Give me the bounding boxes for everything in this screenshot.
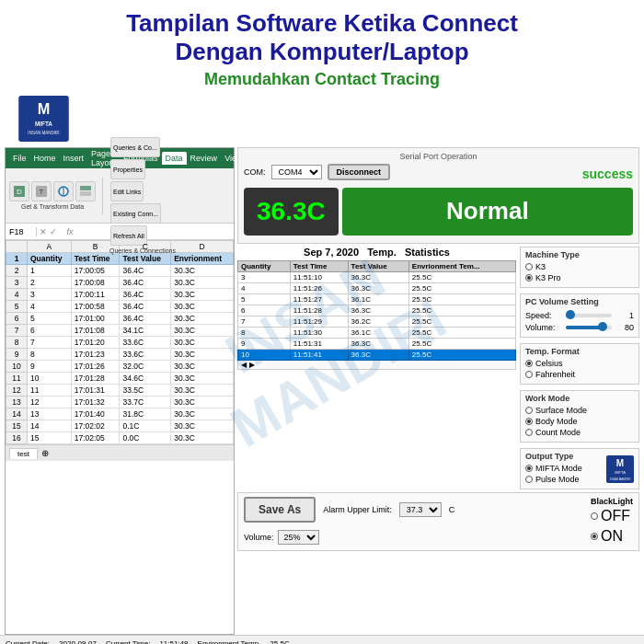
excel-val-7[interactable]: 34.1C <box>120 325 171 337</box>
excel-env-13[interactable]: 30.3C <box>171 397 234 408</box>
excel-env-12[interactable]: 30.3C <box>171 385 234 397</box>
excel-time-15[interactable]: 17:02:02 <box>71 420 120 432</box>
radio-surface[interactable] <box>525 407 533 414</box>
excel-val-8[interactable]: 33.6C <box>120 337 171 349</box>
add-sheet-btn[interactable]: ⊕ <box>41 448 49 458</box>
radio-body[interactable] <box>525 418 533 425</box>
excel-env-11[interactable]: 30.3C <box>171 373 234 385</box>
excel-val-9[interactable]: 33.6C <box>120 349 171 361</box>
toolbar-queries[interactable]: Queries & Co... <box>110 137 160 157</box>
excel-env-6[interactable]: 30.3C <box>171 313 234 325</box>
excel-env-7[interactable]: 30.3C <box>171 325 234 337</box>
excel-time-14[interactable]: 17:01:40 <box>71 408 120 420</box>
excel-time-3[interactable]: 17:00:08 <box>71 277 120 289</box>
data-table-row[interactable]: 8 11:51:30 36.1C 25.5C <box>238 328 516 339</box>
toolbar-properties[interactable]: Properties <box>110 159 145 179</box>
data-table-row[interactable]: 7 11:51:29 36.2C 25.5C <box>238 316 516 328</box>
excel-qty-10[interactable]: 9 <box>28 361 72 373</box>
excel-env-14[interactable]: 30.3C <box>171 408 234 420</box>
excel-val-13[interactable]: 33.7C <box>120 397 171 408</box>
excel-qty-16[interactable]: 15 <box>28 432 72 444</box>
save-as-button[interactable]: Save As <box>244 497 316 523</box>
radio-celsius[interactable] <box>525 360 533 367</box>
excel-time-9[interactable]: 17:01:23 <box>71 349 120 361</box>
excel-val-2[interactable]: 36.4C <box>120 265 171 277</box>
excel-val-4[interactable]: 36.4C <box>120 289 171 301</box>
col-header-d[interactable]: D <box>171 241 234 253</box>
tab-file[interactable]: File <box>9 152 30 165</box>
excel-env-15[interactable]: 30.3C <box>171 420 234 432</box>
volume-select[interactable]: 25% <box>278 530 319 545</box>
excel-val-3[interactable]: 36.4C <box>120 277 171 289</box>
excel-time-6[interactable]: 17:01:00 <box>71 313 120 325</box>
scroll-left[interactable]: ◀ <box>241 361 247 369</box>
radio-mifta[interactable] <box>525 465 533 472</box>
excel-cell-b1[interactable]: Test Time <box>71 253 120 265</box>
excel-val-15[interactable]: 0.1C <box>120 420 171 432</box>
excel-env-8[interactable]: 30.3C <box>171 337 234 349</box>
com-select[interactable]: COM4 <box>271 165 322 179</box>
excel-val-11[interactable]: 34.6C <box>120 373 171 385</box>
excel-val-12[interactable]: 33.5C <box>120 385 171 397</box>
col-header-a[interactable]: A <box>28 241 72 253</box>
data-table-row[interactable]: 9 11:51:31 36.3C 25.5C <box>238 339 516 350</box>
scroll-right[interactable]: ▶ <box>249 361 255 369</box>
excel-qty-6[interactable]: 5 <box>28 313 72 325</box>
excel-qty-11[interactable]: 10 <box>28 373 72 385</box>
excel-time-10[interactable]: 17:01:26 <box>71 361 120 373</box>
cell-reference[interactable]: F18 <box>9 227 37 236</box>
excel-qty-13[interactable]: 12 <box>28 397 72 408</box>
disconnect-button[interactable]: Disconnect <box>328 164 391 180</box>
radio-count[interactable] <box>525 429 533 436</box>
data-table-row[interactable]: 6 11:51:28 36.3C 25.5C <box>238 305 516 316</box>
data-table-row[interactable]: 4 11:51:26 36.3C 25.5C <box>238 283 516 294</box>
excel-time-2[interactable]: 17:00:05 <box>71 265 120 277</box>
excel-env-10[interactable]: 30.3C <box>171 361 234 373</box>
tab-home[interactable]: Home <box>30 152 60 165</box>
excel-qty-2[interactable]: 1 <box>28 265 72 277</box>
speed-slider[interactable] <box>566 314 612 317</box>
excel-env-2[interactable]: 30.3C <box>171 265 234 277</box>
tab-insert[interactable]: Insert <box>60 152 88 165</box>
excel-time-13[interactable]: 17:01:32 <box>71 397 120 408</box>
excel-val-6[interactable]: 36.4C <box>120 313 171 325</box>
excel-time-16[interactable]: 17:02:05 <box>71 432 120 444</box>
radio-fahrenheit[interactable] <box>525 371 533 378</box>
alarm-select[interactable]: 37.3 <box>399 502 442 517</box>
excel-env-4[interactable]: 30.3C <box>171 289 234 301</box>
radio-backlight-off[interactable] <box>591 512 598 520</box>
excel-env-5[interactable]: 30.3C <box>171 301 234 313</box>
excel-val-16[interactable]: 0.0C <box>120 432 171 444</box>
excel-qty-15[interactable]: 14 <box>28 420 72 432</box>
excel-env-3[interactable]: 30.3C <box>171 277 234 289</box>
excel-time-5[interactable]: 17:00:58 <box>71 301 120 313</box>
excel-qty-9[interactable]: 8 <box>28 349 72 361</box>
toolbar-get-data[interactable]: D <box>9 181 29 201</box>
volume-slider[interactable] <box>566 326 612 329</box>
excel-qty-8[interactable]: 7 <box>28 337 72 349</box>
excel-time-12[interactable]: 17:01:31 <box>71 385 120 397</box>
excel-val-5[interactable]: 36.4C <box>120 301 171 313</box>
toolbar-refresh[interactable]: Refresh All <box>110 225 147 246</box>
excel-time-7[interactable]: 17:01:08 <box>71 325 120 337</box>
radio-pulse[interactable] <box>525 476 533 483</box>
excel-qty-3[interactable]: 2 <box>28 277 72 289</box>
radio-k3[interactable] <box>525 263 533 270</box>
excel-env-16[interactable]: 30.3C <box>171 432 234 444</box>
excel-cell-d1[interactable]: Envrionment <box>171 253 234 265</box>
excel-val-14[interactable]: 31.8C <box>120 408 171 420</box>
radio-k3pro[interactable] <box>525 274 533 282</box>
excel-time-11[interactable]: 17:01:28 <box>71 373 120 385</box>
excel-cell-a1[interactable]: Quantity <box>28 253 72 265</box>
toolbar-from-table[interactable] <box>75 181 96 201</box>
toolbar-existing[interactable]: Existing Conn... <box>110 203 161 224</box>
toolbar-edit-links[interactable]: Edit Links <box>110 181 144 201</box>
excel-qty-5[interactable]: 4 <box>28 301 72 313</box>
excel-env-9[interactable]: 30.3C <box>171 349 234 361</box>
toolbar-from-web[interactable] <box>53 181 74 201</box>
toolbar-from-text[interactable]: T <box>31 181 52 201</box>
excel-qty-4[interactable]: 3 <box>28 289 72 301</box>
excel-qty-7[interactable]: 6 <box>28 325 72 337</box>
excel-qty-12[interactable]: 11 <box>28 385 72 397</box>
excel-sheet-tab[interactable]: test <box>9 448 38 459</box>
